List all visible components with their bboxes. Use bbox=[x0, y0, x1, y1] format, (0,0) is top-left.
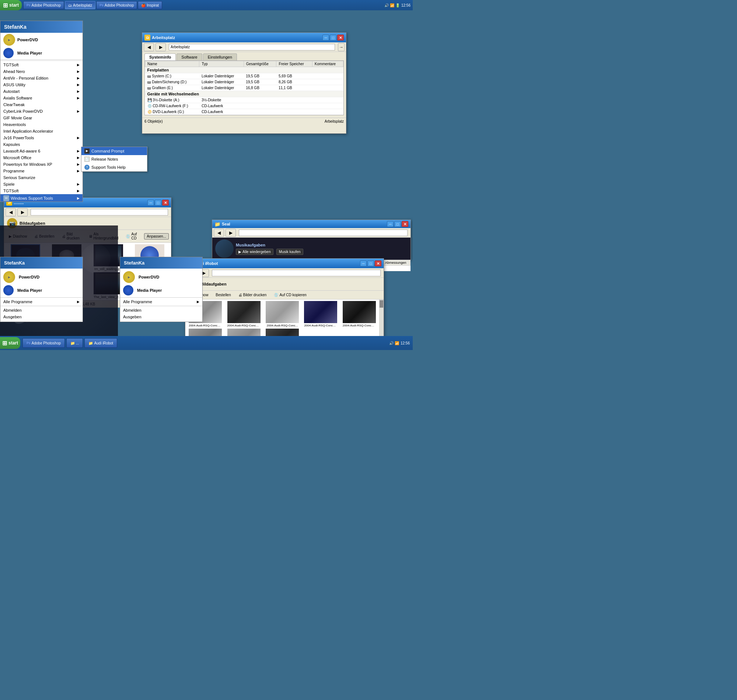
task-inspirat[interactable]: 🍎 Inspirat bbox=[138, 1, 162, 9]
support-tools-submenu[interactable]: ▶ Command Prompt 📄 Release Notes ? Suppo… bbox=[81, 147, 147, 172]
minimize-button[interactable]: ─ bbox=[360, 260, 367, 266]
win-controls[interactable]: ─ □ ✕ bbox=[387, 221, 408, 227]
support-help-item[interactable]: ? Support Tools Help bbox=[81, 163, 147, 171]
menu-asus[interactable]: ASUS Utility▶ bbox=[0, 81, 82, 88]
ausgeben-br[interactable]: Ausgeben bbox=[120, 313, 202, 320]
menu-programme[interactable]: Programme▶ bbox=[0, 168, 82, 174]
back-button[interactable]: ◀ bbox=[214, 229, 224, 237]
audi-cell-3[interactable]: 2004-Audi-RSQ-Concept-... bbox=[302, 301, 339, 327]
nav-toolbar[interactable]: ◀ ▶ Arbeitsplatz → bbox=[142, 43, 346, 52]
ausgeben-bl[interactable]: Ausgeben bbox=[0, 313, 82, 320]
audi-cell-5[interactable]: 2004-Audi-RSQ-Concept... bbox=[187, 329, 224, 336]
back-button[interactable]: ◀ bbox=[6, 208, 16, 216]
close-button[interactable]: ✕ bbox=[402, 221, 408, 227]
menu-jv16[interactable]: Jv16 PowerTools▶ bbox=[0, 134, 82, 141]
menu-heaventools[interactable]: Heaventools bbox=[0, 121, 82, 128]
start-btn-bottom[interactable]: ⊞ start bbox=[0, 337, 20, 349]
abmelden-br[interactable]: Abmelden bbox=[120, 307, 202, 313]
task-arbeitsplatz[interactable]: 🗂 Arbeitsplatz bbox=[65, 1, 96, 9]
address-bar[interactable] bbox=[212, 270, 381, 276]
menu-lavasoft[interactable]: Lavasoft Ad-aware 6▶ bbox=[0, 148, 82, 154]
start-button[interactable]: ⊞ start bbox=[0, 0, 22, 10]
start-menu-bottom-left[interactable]: StefanKa ▶ PowerDVD Media Player Alle Pr… bbox=[0, 257, 83, 322]
audi-toolbar[interactable]: ▶ Diashow Bestellen 🖨 Bilder drucken 💿 A… bbox=[185, 291, 384, 300]
play-all-btn[interactable]: ▶ Alle wiedergeben bbox=[236, 249, 274, 255]
menu-tgtsoft-2[interactable]: TGTSoft▶ bbox=[0, 188, 82, 194]
task-photoshop-bot[interactable]: Ps Adobe Photoshop bbox=[22, 338, 65, 348]
drucken-btn[interactable]: 🖨 Bilder drucken bbox=[236, 292, 269, 298]
win-controls[interactable]: ─ □ ✕ bbox=[322, 35, 344, 41]
forward-button[interactable]: ▶ bbox=[156, 43, 166, 51]
close-button[interactable]: ✕ bbox=[375, 260, 381, 266]
address-bar[interactable] bbox=[31, 209, 168, 216]
maximize-button[interactable]: □ bbox=[368, 260, 374, 266]
view-tabs[interactable]: Systeminfo Software Einstellungen bbox=[142, 52, 346, 60]
aufcd-btn[interactable]: 💿 Auf CD bbox=[123, 231, 142, 241]
bestellen-btn[interactable]: Bestellen bbox=[213, 292, 233, 298]
alle-programme-bl[interactable]: Alle Programme ▶ bbox=[0, 299, 82, 305]
menu-kapsules[interactable]: Kapsules bbox=[0, 141, 82, 148]
tab-software[interactable]: Software bbox=[177, 53, 202, 60]
close-button[interactable]: ✕ bbox=[337, 35, 344, 41]
minimize-button[interactable]: ─ bbox=[387, 221, 394, 227]
taskbar-bottom[interactable]: ⊞ start Ps Adobe Photoshop 📁 ... 📁 Audi … bbox=[0, 336, 413, 350]
audi-thumb-2[interactable] bbox=[266, 301, 299, 323]
audi-cell-2[interactable]: 2004-Audi-RSQ-Conc... bbox=[264, 301, 301, 327]
audi-cell-1[interactable]: 2004-Audi-RSQ-Concept... bbox=[225, 301, 262, 327]
menu-msoffice[interactable]: Microsoft Office▶ bbox=[0, 154, 82, 161]
maximize-button[interactable]: □ bbox=[330, 35, 337, 41]
nav-toolbar[interactable]: ◀ ▶ bbox=[4, 207, 171, 217]
audi-titlebar[interactable]: 📁 Audi iRobot ─ □ ✕ bbox=[185, 259, 384, 268]
menu-cyberlink[interactable]: CyberLink PowerDVD▶ bbox=[0, 108, 82, 115]
disk-row-a[interactable]: 💾 3½-Diskette (A:) 3½-Diskette bbox=[145, 97, 343, 103]
go-button[interactable]: → bbox=[338, 43, 344, 51]
audi-cell-4[interactable]: 2004-Audi-RSQ-Concept... bbox=[341, 301, 378, 327]
release-notes-item[interactable]: 📄 Release Notes bbox=[81, 155, 147, 163]
pinned-mediaplayer-br[interactable]: Media Player bbox=[120, 284, 202, 297]
minimize-button[interactable]: ─ bbox=[322, 35, 329, 41]
audi-thumb-1[interactable] bbox=[227, 301, 260, 323]
tab-einstellungen[interactable]: Einstellungen bbox=[203, 53, 237, 60]
start-menu-bottom-right[interactable]: StefanKa ▶ PowerDVD Media Player Alle Pr… bbox=[120, 257, 203, 322]
start-menu[interactable]: StefanKa ▶ PowerDVD Media Player TGTSoft… bbox=[0, 21, 83, 202]
task-photoshop2[interactable]: Ps Adobe Photoshop bbox=[96, 1, 137, 9]
disk-row-d[interactable]: 🖴 Daten/Sicherung (D:) Lokaler Datenträg… bbox=[145, 79, 343, 85]
menu-winsupport[interactable]: W Windows Support Tools ▶ bbox=[0, 194, 82, 201]
win-controls[interactable]: ─ □ ✕ bbox=[147, 200, 169, 206]
disk-row-e[interactable]: 🖴 Grafiken (E:) Lokaler Datenträger 16,8… bbox=[145, 85, 343, 91]
buy-music-btn[interactable]: Musik kaufen bbox=[277, 249, 303, 255]
anpassen-btn[interactable]: Anpassen... bbox=[144, 233, 169, 240]
pinned-powerdvd-br[interactable]: ▶ PowerDVD bbox=[120, 270, 202, 284]
abmelden-bl[interactable]: Abmelden bbox=[0, 307, 82, 313]
maximize-button[interactable]: □ bbox=[394, 221, 401, 227]
menu-ahead-nero[interactable]: Ahead Nero▶ bbox=[0, 68, 82, 75]
win-controls[interactable]: ─ □ ✕ bbox=[360, 260, 381, 266]
tab-systeminfo[interactable]: Systeminfo bbox=[144, 53, 176, 60]
cmd-prompt-item[interactable]: ▶ Command Prompt bbox=[81, 147, 147, 155]
menu-tgtsoft-1[interactable]: TGTSoft▶ bbox=[0, 62, 82, 68]
menu-powertoys[interactable]: Powertoys for Windows XP▶ bbox=[0, 161, 82, 168]
address-bar[interactable]: Arbeitsplatz bbox=[169, 44, 335, 50]
audi-cell-6[interactable]: 2004-Audi-RSQ-Concept... bbox=[225, 329, 262, 336]
aufcd-btn[interactable]: 💿 Auf CD kopieren bbox=[271, 292, 309, 298]
forward-button[interactable]: ▶ bbox=[225, 229, 236, 237]
pinned-mediaplayer[interactable]: Media Player bbox=[0, 47, 82, 59]
menu-axialis[interactable]: Axialis Software▶ bbox=[0, 95, 82, 101]
scrollbar-v[interactable] bbox=[379, 300, 384, 336]
nav-toolbar[interactable]: ◀ ▶ bbox=[212, 228, 410, 238]
audi-thumb-4[interactable] bbox=[343, 301, 376, 323]
disk-row-g[interactable]: 📀 DVD-Laufwerk (G:) CD-Laufwerk bbox=[145, 109, 343, 115]
task-imgbrowser-bot[interactable]: 📁 ... bbox=[66, 338, 83, 348]
back-button[interactable]: ◀ bbox=[144, 43, 154, 51]
audi-thumb-3[interactable] bbox=[304, 301, 337, 323]
task-photoshop[interactable]: Ps Adobe Photoshop bbox=[23, 1, 64, 9]
address-bar[interactable] bbox=[239, 229, 407, 236]
menu-spiele[interactable]: Spiele▶ bbox=[0, 181, 82, 188]
forward-button[interactable]: ▶ bbox=[17, 208, 28, 216]
menu-gifmovie[interactable]: GIF Movie Gear bbox=[0, 115, 82, 121]
pinned-powerdvd-bl[interactable]: ▶ PowerDVD bbox=[0, 270, 82, 284]
close-button[interactable]: ✕ bbox=[162, 200, 169, 206]
audi-thumb-6[interactable] bbox=[227, 329, 260, 336]
menu-intel[interactable]: Intel Application Accelerator bbox=[0, 128, 82, 134]
audi-thumb-5[interactable] bbox=[189, 329, 222, 336]
